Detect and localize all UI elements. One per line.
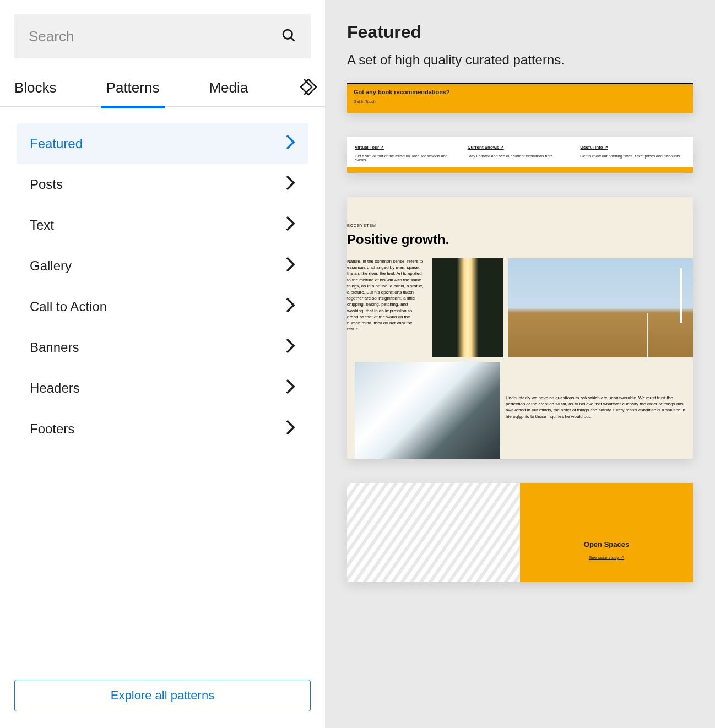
category-label: Headers xyxy=(30,381,80,396)
chevron-right-icon xyxy=(285,378,295,398)
pattern-preview-ecosystem[interactable]: ECOSYSTEM Positive growth. Nature, in th… xyxy=(347,197,693,459)
coast-image xyxy=(355,362,500,459)
pattern-accent-bar xyxy=(347,167,693,173)
category-label: Posts xyxy=(30,177,63,192)
search-input[interactable] xyxy=(29,28,281,45)
search-box[interactable] xyxy=(14,14,311,58)
pattern-title: Positive growth. xyxy=(347,232,693,247)
pattern-preview-info-columns[interactable]: Virtual Tour ↗ Get a virtual tour of the… xyxy=(347,137,693,173)
forest-image xyxy=(432,258,503,357)
pattern-col3-text: Get to know our opening times, ticket pr… xyxy=(580,154,685,158)
category-label: Footers xyxy=(30,421,74,437)
tab-bar: Blocks Patterns Media xyxy=(0,69,325,107)
pattern-texture-image xyxy=(347,483,520,582)
pattern-col2-text: Stay updated and see our current exhibit… xyxy=(468,154,573,158)
pattern-col1-heading: Virtual Tour ↗ xyxy=(355,145,460,150)
inserter-sidebar: Blocks Patterns Media Featured Posts Tex… xyxy=(0,0,325,728)
search-container xyxy=(0,0,325,58)
chevron-right-icon xyxy=(285,419,295,439)
explore-all-patterns-button[interactable]: Explore all patterns xyxy=(14,680,311,711)
category-footers[interactable]: Footers xyxy=(17,409,308,449)
category-headers[interactable]: Headers xyxy=(17,368,308,409)
pattern-heading: Got any book recommendations? xyxy=(354,89,686,95)
tab-blocks[interactable]: Blocks xyxy=(14,68,57,107)
pattern-col1-text: Get a virtual tour of the museum. Ideal … xyxy=(355,154,460,162)
chevron-right-icon xyxy=(285,134,295,154)
pattern-col3-heading: Useful Info ↗ xyxy=(580,145,685,150)
tab-media[interactable]: Media xyxy=(209,68,248,107)
category-text[interactable]: Text xyxy=(17,205,308,246)
pattern-open-spaces-title: Open Spaces xyxy=(584,540,629,548)
pattern-preview-panel: Featured A set of high quality curated p… xyxy=(325,0,715,728)
chevron-right-icon xyxy=(285,215,295,235)
category-banners[interactable]: Banners xyxy=(17,327,308,368)
pattern-col2-heading: Current Shows ↗ xyxy=(468,145,573,150)
chevron-right-icon xyxy=(285,256,295,276)
windmill-image xyxy=(508,258,693,357)
category-gallery[interactable]: Gallery xyxy=(17,246,308,286)
pattern-explorer-icon[interactable] xyxy=(297,76,319,100)
chevron-right-icon xyxy=(285,297,295,317)
svg-point-0 xyxy=(283,30,292,39)
category-label: Call to Action xyxy=(30,299,107,314)
pattern-preview-cta-book[interactable]: Got any book recommendations? Get In Tou… xyxy=(347,83,693,113)
category-call-to-action[interactable]: Call to Action xyxy=(17,286,308,327)
pattern-subtext: Get In Touch xyxy=(354,100,686,104)
category-label: Banners xyxy=(30,340,79,355)
category-posts[interactable]: Posts xyxy=(17,164,308,205)
pattern-preview-open-spaces[interactable]: Open Spaces See case study ↗ xyxy=(347,483,693,582)
chevron-right-icon xyxy=(285,175,295,194)
tab-patterns[interactable]: Patterns xyxy=(106,68,160,107)
pattern-body-2: Undoubtedly we have no questions to ask … xyxy=(500,362,693,420)
explore-container: Explore all patterns xyxy=(0,680,325,728)
preview-panel-title: Featured xyxy=(347,22,693,42)
category-label: Text xyxy=(30,218,54,233)
category-featured[interactable]: Featured xyxy=(17,123,308,164)
pattern-body-1: Nature, in the common sense, refers to e… xyxy=(347,258,424,332)
search-icon xyxy=(281,28,296,45)
svg-line-1 xyxy=(291,38,295,41)
category-label: Gallery xyxy=(30,258,72,274)
chevron-right-icon xyxy=(285,338,295,357)
pattern-eyebrow: ECOSYSTEM xyxy=(347,224,693,227)
pattern-categories: Featured Posts Text Gallery Call to Acti… xyxy=(0,107,325,680)
preview-panel-subtitle: A set of high quality curated patterns. xyxy=(347,52,693,68)
pattern-case-study-link: See case study ↗ xyxy=(589,555,624,560)
category-label: Featured xyxy=(30,136,83,151)
